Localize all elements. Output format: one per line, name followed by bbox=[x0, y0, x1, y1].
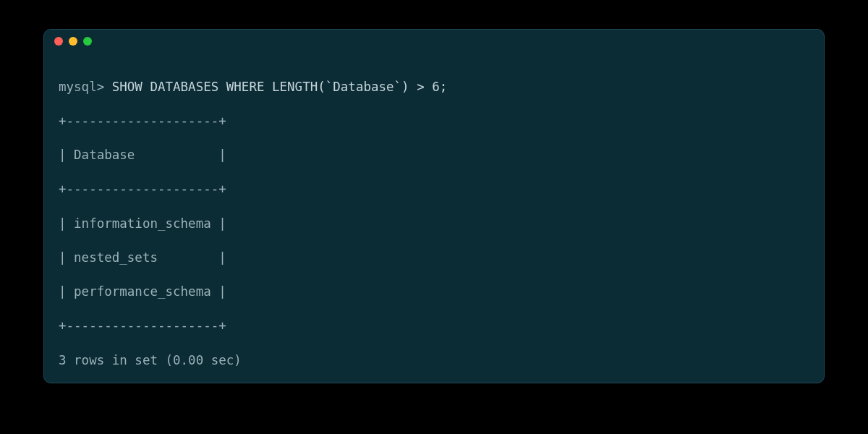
command-line: mysql> SHOW DATABASES WHERE LENGTH(`Data… bbox=[59, 79, 809, 96]
result-summary: 3 rows in set (0.00 sec) bbox=[59, 352, 809, 370]
mysql-prompt: mysql> bbox=[59, 80, 104, 94]
table-row: | information_schema | bbox=[59, 216, 809, 233]
table-border: +--------------------+ bbox=[59, 113, 809, 130]
table-border: +--------------------+ bbox=[59, 318, 809, 335]
maximize-icon[interactable] bbox=[83, 37, 92, 46]
table-header: | Database | bbox=[59, 147, 809, 164]
close-icon[interactable] bbox=[54, 37, 63, 46]
titlebar bbox=[44, 30, 824, 53]
terminal-body[interactable]: mysql> SHOW DATABASES WHERE LENGTH(`Data… bbox=[44, 53, 824, 383]
minimize-icon[interactable] bbox=[69, 37, 77, 46]
table-row: | nested_sets | bbox=[59, 250, 809, 267]
table-row: | performance_schema | bbox=[59, 284, 809, 301]
terminal-window: mysql> SHOW DATABASES WHERE LENGTH(`Data… bbox=[43, 29, 825, 383]
sql-command: SHOW DATABASES WHERE LENGTH(`Database`) … bbox=[104, 80, 447, 94]
table-border: +--------------------+ bbox=[59, 181, 809, 198]
